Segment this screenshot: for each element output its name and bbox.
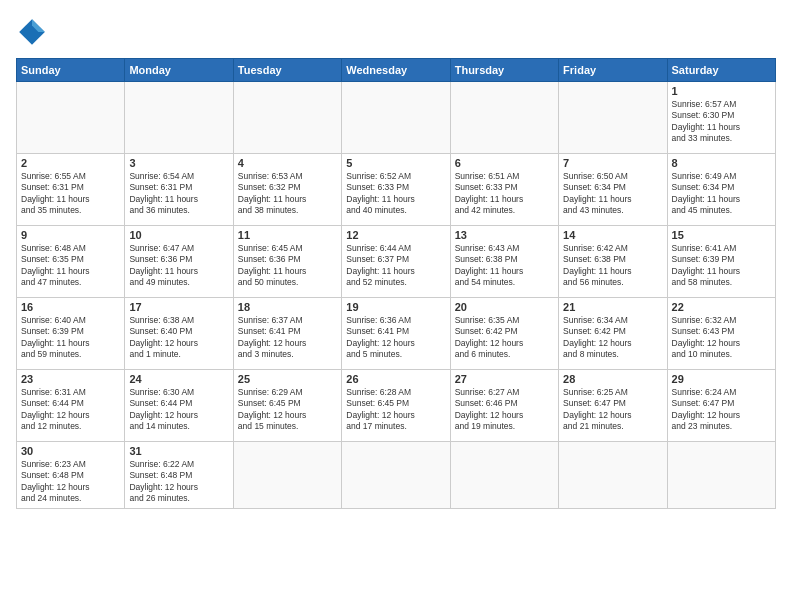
day-number: 24 [129, 373, 228, 385]
column-header-saturday: Saturday [667, 59, 775, 82]
column-header-friday: Friday [559, 59, 667, 82]
day-number: 1 [672, 85, 771, 97]
day-info: Sunrise: 6:22 AM Sunset: 6:48 PM Dayligh… [129, 459, 228, 505]
day-number: 25 [238, 373, 337, 385]
calendar-cell: 18Sunrise: 6:37 AM Sunset: 6:41 PM Dayli… [233, 298, 341, 370]
calendar-cell: 15Sunrise: 6:41 AM Sunset: 6:39 PM Dayli… [667, 226, 775, 298]
calendar-week-row: 9Sunrise: 6:48 AM Sunset: 6:35 PM Daylig… [17, 226, 776, 298]
logo [16, 16, 52, 48]
calendar-cell [125, 82, 233, 154]
calendar-header-row: SundayMondayTuesdayWednesdayThursdayFrid… [17, 59, 776, 82]
calendar-cell [559, 442, 667, 509]
day-info: Sunrise: 6:34 AM Sunset: 6:42 PM Dayligh… [563, 315, 662, 361]
day-number: 4 [238, 157, 337, 169]
header [16, 16, 776, 48]
day-info: Sunrise: 6:25 AM Sunset: 6:47 PM Dayligh… [563, 387, 662, 433]
day-info: Sunrise: 6:55 AM Sunset: 6:31 PM Dayligh… [21, 171, 120, 217]
day-number: 8 [672, 157, 771, 169]
day-info: Sunrise: 6:36 AM Sunset: 6:41 PM Dayligh… [346, 315, 445, 361]
calendar-cell: 11Sunrise: 6:45 AM Sunset: 6:36 PM Dayli… [233, 226, 341, 298]
day-number: 16 [21, 301, 120, 313]
day-number: 26 [346, 373, 445, 385]
calendar-cell: 4Sunrise: 6:53 AM Sunset: 6:32 PM Daylig… [233, 154, 341, 226]
calendar-cell: 2Sunrise: 6:55 AM Sunset: 6:31 PM Daylig… [17, 154, 125, 226]
day-info: Sunrise: 6:53 AM Sunset: 6:32 PM Dayligh… [238, 171, 337, 217]
day-number: 22 [672, 301, 771, 313]
column-header-wednesday: Wednesday [342, 59, 450, 82]
day-number: 17 [129, 301, 228, 313]
day-info: Sunrise: 6:44 AM Sunset: 6:37 PM Dayligh… [346, 243, 445, 289]
calendar-cell [342, 82, 450, 154]
calendar-cell [559, 82, 667, 154]
calendar-cell [667, 442, 775, 509]
column-header-tuesday: Tuesday [233, 59, 341, 82]
day-info: Sunrise: 6:30 AM Sunset: 6:44 PM Dayligh… [129, 387, 228, 433]
day-number: 5 [346, 157, 445, 169]
calendar-cell [17, 82, 125, 154]
day-number: 18 [238, 301, 337, 313]
calendar-cell [450, 442, 558, 509]
calendar-cell: 28Sunrise: 6:25 AM Sunset: 6:47 PM Dayli… [559, 370, 667, 442]
day-number: 15 [672, 229, 771, 241]
day-info: Sunrise: 6:40 AM Sunset: 6:39 PM Dayligh… [21, 315, 120, 361]
day-number: 6 [455, 157, 554, 169]
calendar-cell: 16Sunrise: 6:40 AM Sunset: 6:39 PM Dayli… [17, 298, 125, 370]
calendar-cell: 19Sunrise: 6:36 AM Sunset: 6:41 PM Dayli… [342, 298, 450, 370]
day-number: 23 [21, 373, 120, 385]
day-info: Sunrise: 6:27 AM Sunset: 6:46 PM Dayligh… [455, 387, 554, 433]
calendar-table: SundayMondayTuesdayWednesdayThursdayFrid… [16, 58, 776, 509]
day-info: Sunrise: 6:24 AM Sunset: 6:47 PM Dayligh… [672, 387, 771, 433]
day-info: Sunrise: 6:28 AM Sunset: 6:45 PM Dayligh… [346, 387, 445, 433]
calendar-cell: 13Sunrise: 6:43 AM Sunset: 6:38 PM Dayli… [450, 226, 558, 298]
day-info: Sunrise: 6:52 AM Sunset: 6:33 PM Dayligh… [346, 171, 445, 217]
day-number: 12 [346, 229, 445, 241]
day-info: Sunrise: 6:38 AM Sunset: 6:40 PM Dayligh… [129, 315, 228, 361]
day-info: Sunrise: 6:35 AM Sunset: 6:42 PM Dayligh… [455, 315, 554, 361]
calendar-cell: 23Sunrise: 6:31 AM Sunset: 6:44 PM Dayli… [17, 370, 125, 442]
calendar-cell [233, 82, 341, 154]
calendar-page: SundayMondayTuesdayWednesdayThursdayFrid… [0, 0, 792, 612]
calendar-cell: 21Sunrise: 6:34 AM Sunset: 6:42 PM Dayli… [559, 298, 667, 370]
calendar-cell: 9Sunrise: 6:48 AM Sunset: 6:35 PM Daylig… [17, 226, 125, 298]
day-info: Sunrise: 6:42 AM Sunset: 6:38 PM Dayligh… [563, 243, 662, 289]
calendar-cell: 27Sunrise: 6:27 AM Sunset: 6:46 PM Dayli… [450, 370, 558, 442]
calendar-cell: 6Sunrise: 6:51 AM Sunset: 6:33 PM Daylig… [450, 154, 558, 226]
day-info: Sunrise: 6:48 AM Sunset: 6:35 PM Dayligh… [21, 243, 120, 289]
calendar-cell: 25Sunrise: 6:29 AM Sunset: 6:45 PM Dayli… [233, 370, 341, 442]
column-header-thursday: Thursday [450, 59, 558, 82]
calendar-cell: 22Sunrise: 6:32 AM Sunset: 6:43 PM Dayli… [667, 298, 775, 370]
day-number: 19 [346, 301, 445, 313]
calendar-week-row: 2Sunrise: 6:55 AM Sunset: 6:31 PM Daylig… [17, 154, 776, 226]
day-number: 28 [563, 373, 662, 385]
day-number: 21 [563, 301, 662, 313]
calendar-cell: 30Sunrise: 6:23 AM Sunset: 6:48 PM Dayli… [17, 442, 125, 509]
calendar-cell: 10Sunrise: 6:47 AM Sunset: 6:36 PM Dayli… [125, 226, 233, 298]
day-info: Sunrise: 6:31 AM Sunset: 6:44 PM Dayligh… [21, 387, 120, 433]
day-number: 2 [21, 157, 120, 169]
column-header-sunday: Sunday [17, 59, 125, 82]
day-info: Sunrise: 6:43 AM Sunset: 6:38 PM Dayligh… [455, 243, 554, 289]
day-info: Sunrise: 6:51 AM Sunset: 6:33 PM Dayligh… [455, 171, 554, 217]
day-number: 27 [455, 373, 554, 385]
day-number: 31 [129, 445, 228, 457]
calendar-cell: 17Sunrise: 6:38 AM Sunset: 6:40 PM Dayli… [125, 298, 233, 370]
day-info: Sunrise: 6:29 AM Sunset: 6:45 PM Dayligh… [238, 387, 337, 433]
day-number: 10 [129, 229, 228, 241]
calendar-cell: 31Sunrise: 6:22 AM Sunset: 6:48 PM Dayli… [125, 442, 233, 509]
calendar-cell: 3Sunrise: 6:54 AM Sunset: 6:31 PM Daylig… [125, 154, 233, 226]
calendar-cell: 24Sunrise: 6:30 AM Sunset: 6:44 PM Dayli… [125, 370, 233, 442]
day-number: 14 [563, 229, 662, 241]
calendar-week-row: 23Sunrise: 6:31 AM Sunset: 6:44 PM Dayli… [17, 370, 776, 442]
calendar-cell: 7Sunrise: 6:50 AM Sunset: 6:34 PM Daylig… [559, 154, 667, 226]
day-number: 11 [238, 229, 337, 241]
day-number: 3 [129, 157, 228, 169]
calendar-week-row: 16Sunrise: 6:40 AM Sunset: 6:39 PM Dayli… [17, 298, 776, 370]
calendar-cell: 26Sunrise: 6:28 AM Sunset: 6:45 PM Dayli… [342, 370, 450, 442]
calendar-cell [450, 82, 558, 154]
day-info: Sunrise: 6:50 AM Sunset: 6:34 PM Dayligh… [563, 171, 662, 217]
day-info: Sunrise: 6:54 AM Sunset: 6:31 PM Dayligh… [129, 171, 228, 217]
calendar-cell: 14Sunrise: 6:42 AM Sunset: 6:38 PM Dayli… [559, 226, 667, 298]
calendar-cell: 8Sunrise: 6:49 AM Sunset: 6:34 PM Daylig… [667, 154, 775, 226]
day-info: Sunrise: 6:23 AM Sunset: 6:48 PM Dayligh… [21, 459, 120, 505]
day-info: Sunrise: 6:32 AM Sunset: 6:43 PM Dayligh… [672, 315, 771, 361]
